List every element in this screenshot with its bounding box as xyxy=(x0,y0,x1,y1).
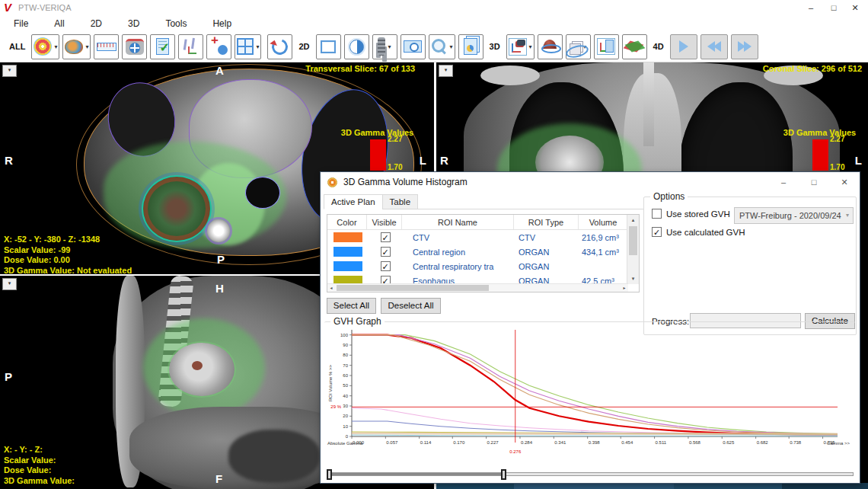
table-row[interactable]: ✓Central regionORGAN434,1 cm³ xyxy=(327,244,639,259)
zoom-button[interactable]: ▾ xyxy=(429,34,455,59)
dialog-minimize-button[interactable]: – xyxy=(768,172,799,192)
use-calculated-gvh-option[interactable]: ✓ Use calculated GVH xyxy=(652,227,745,237)
svg-text:100: 100 xyxy=(340,333,349,337)
3d-rotate-cube-button[interactable]: ▾ xyxy=(566,34,591,59)
scroll-left-icon[interactable]: ◂ xyxy=(327,284,335,292)
svg-text:0.170: 0.170 xyxy=(453,440,465,445)
scrollbar-thumb[interactable] xyxy=(629,226,637,255)
roi-color-swatch xyxy=(333,247,362,257)
gamma-legend-max: 2.27 xyxy=(830,135,844,143)
dose-distribution-icon xyxy=(34,37,52,56)
column-header-visible[interactable]: Visible xyxy=(367,215,402,229)
svg-text:0.114: 0.114 xyxy=(420,440,432,445)
table-row[interactable]: ✓CTVCTV216,9 cm³ xyxy=(327,230,639,244)
roi-visible-checkbox[interactable]: ✓ xyxy=(381,247,391,257)
3d-view-button[interactable]: ▾ xyxy=(506,34,535,59)
svg-text:80: 80 xyxy=(343,353,348,357)
image-fusion-button[interactable]: ▾ xyxy=(62,34,91,59)
column-header-volume[interactable]: Volume xyxy=(579,215,627,229)
menu-tools[interactable]: Tools xyxy=(165,18,187,29)
window-minimize-button[interactable]: – xyxy=(799,0,822,15)
svg-text:29 %: 29 % xyxy=(330,404,341,409)
gamma-planes-button[interactable] xyxy=(622,34,647,59)
column-header-roi-name[interactable]: ROI Name xyxy=(402,215,514,229)
add-poi-button[interactable] xyxy=(206,34,231,59)
window-level-button[interactable] xyxy=(344,34,369,59)
step-back-button[interactable] xyxy=(700,34,728,59)
use-stored-gvh-label: Use stored GVH xyxy=(666,209,730,219)
table-row[interactable]: ✓Central respiratory traORGAN xyxy=(327,259,639,273)
slider-fill xyxy=(328,473,503,475)
menu-help[interactable]: Help xyxy=(212,18,231,29)
ct-scanner-icon xyxy=(126,39,144,55)
dialog-title-bar[interactable]: 3D Gamma Volume Histogram – □ ✕ xyxy=(321,172,860,192)
column-header-roi-type[interactable]: ROI Type xyxy=(514,215,579,229)
stored-gvh-combobox[interactable]: PTW-Freiburg - 2020/09/24 ▾ xyxy=(734,207,854,224)
gamma-range-slider[interactable] xyxy=(327,469,854,480)
orientation-head: H xyxy=(215,282,224,295)
scroll-down-icon[interactable]: ▾ xyxy=(627,273,639,284)
slice-label: Transversal Slice: 67 of 133 xyxy=(305,64,415,73)
deselect-all-button[interactable]: Deselect All xyxy=(381,298,441,314)
viewport-menu-button[interactable]: ▾ xyxy=(2,278,17,290)
use-stored-gvh-checkbox[interactable] xyxy=(652,209,662,219)
viewport-layout-button[interactable]: ▾ xyxy=(235,34,261,59)
plan-check-icon xyxy=(156,38,169,55)
gvh-graph-group: GVH Graph 01020304050607080901000.0000.0… xyxy=(324,321,855,458)
report-button[interactable] xyxy=(458,34,483,59)
step-forward-button[interactable] xyxy=(731,34,758,59)
chevron-down-icon: ▾ xyxy=(85,43,88,50)
roi-color-cell xyxy=(327,232,367,242)
gantry-setup-button[interactable] xyxy=(178,34,203,59)
reset-view-button[interactable] xyxy=(267,34,292,59)
play-button[interactable] xyxy=(670,34,697,59)
svg-text:0.454: 0.454 xyxy=(621,440,633,445)
menu-all[interactable]: All xyxy=(54,18,64,29)
window-close-button[interactable]: ✕ xyxy=(844,0,866,15)
gamma-legend-colorbar xyxy=(370,139,386,171)
dialog-maximize-button[interactable]: □ xyxy=(799,172,829,192)
window-title: PTW-VERIQA xyxy=(18,3,71,12)
use-calculated-gvh-checkbox[interactable]: ✓ xyxy=(652,227,662,237)
svg-text:0.276: 0.276 xyxy=(509,449,522,454)
roi-color-swatch xyxy=(333,232,362,242)
svg-text:Gamma >>: Gamma >> xyxy=(827,441,850,446)
select-all-button[interactable]: Select All xyxy=(327,298,376,314)
roi-table-header: Color Visible ROI Name ROI Type Volume xyxy=(327,215,639,230)
plan-check-button[interactable] xyxy=(150,34,175,59)
svg-text:0.568: 0.568 xyxy=(689,440,701,445)
viewport-menu-button[interactable]: ▾ xyxy=(2,65,17,77)
crop-button[interactable] xyxy=(316,34,341,59)
browse-zoom-button[interactable] xyxy=(400,34,426,59)
ct-scanner-button[interactable] xyxy=(122,34,147,59)
tab-table[interactable]: Table xyxy=(382,194,419,209)
cursor-status-readout: X: -52 - Y: -380 - Z: -1348 Scalar Value… xyxy=(4,235,132,274)
slider-handle-left[interactable] xyxy=(327,469,332,480)
roi-visible-checkbox[interactable]: ✓ xyxy=(381,261,391,271)
viewport-menu-button[interactable]: ▾ xyxy=(439,65,453,77)
stored-gvh-value: PTW-Freiburg - 2020/09/24 xyxy=(739,211,841,220)
menu-file[interactable]: File xyxy=(14,18,28,29)
roi-visible-checkbox[interactable]: ✓ xyxy=(381,232,391,242)
spine-navigation-button[interactable]: ▾ xyxy=(372,34,397,59)
use-stored-gvh-option[interactable]: Use stored GVH xyxy=(652,209,730,219)
dose-display-button[interactable]: ▾ xyxy=(31,34,59,59)
table-vertical-scrollbar[interactable]: ▴ ▾ xyxy=(627,215,639,284)
column-header-color[interactable]: Color xyxy=(327,215,367,229)
menu-2d[interactable]: 2D xyxy=(91,18,102,29)
slider-handle-right[interactable] xyxy=(501,469,506,480)
scroll-up-icon[interactable]: ▴ xyxy=(627,215,639,225)
dialog-close-button[interactable]: ✕ xyxy=(829,172,860,192)
scroll-right-icon[interactable]: ▸ xyxy=(621,284,628,292)
3d-axes-panel-button[interactable] xyxy=(594,34,619,59)
tab-active-plan[interactable]: Active Plan xyxy=(324,194,383,209)
menu-3d[interactable]: 3D xyxy=(128,18,139,29)
play-icon xyxy=(679,40,688,53)
3d-dome-button[interactable] xyxy=(538,34,563,59)
svg-text:0.511: 0.511 xyxy=(656,440,667,445)
orientation-right: R xyxy=(5,154,13,167)
ruler-button[interactable] xyxy=(94,34,119,59)
scrollbar-thumb[interactable] xyxy=(337,285,489,291)
table-horizontal-scrollbar[interactable]: ◂ ▸ xyxy=(327,283,628,292)
window-maximize-button[interactable]: □ xyxy=(822,0,845,15)
